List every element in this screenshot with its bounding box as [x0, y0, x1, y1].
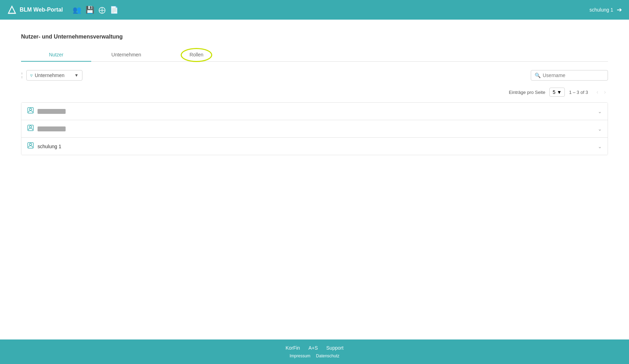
pagination-prev[interactable]: ‹ — [594, 88, 600, 96]
svg-point-5 — [29, 126, 32, 128]
document-icon[interactable]: 📄 — [110, 6, 119, 14]
footer-link-korfin[interactable]: KorFin — [286, 345, 300, 351]
table-row[interactable]: schulung 1 ⌄ — [21, 138, 608, 155]
filter-row: ↓ ↑ ▿ Unternehmen ▼ 🔍 — [21, 70, 608, 81]
app-logo: BLM Web-Portal — [7, 5, 63, 15]
svg-point-7 — [29, 143, 32, 145]
svg-marker-0 — [8, 6, 15, 13]
footer-link-impressum[interactable]: Impressum — [289, 353, 310, 358]
per-page-arrow: ▼ — [557, 89, 562, 95]
company-filter-dropdown[interactable]: ▿ Unternehmen ▼ — [26, 70, 82, 81]
pagination-count: 1 – 3 of 3 — [569, 90, 588, 95]
table-row[interactable]: ⌄ — [21, 120, 608, 138]
per-page-value: 5 — [553, 89, 555, 95]
logout-icon[interactable]: ➔ — [617, 6, 622, 14]
user-badge-icon — [27, 107, 34, 116]
header-right: schulung 1 ➔ — [589, 6, 622, 14]
user-item-left: schulung 1 — [27, 142, 61, 151]
footer-link-as[interactable]: A+S — [308, 345, 318, 351]
table-row[interactable]: ⌄ — [21, 103, 608, 120]
page-title: Nutzer- und Unternehmensverwaltung — [21, 34, 608, 40]
footer-link-support[interactable]: Support — [326, 345, 343, 351]
search-box[interactable]: 🔍 — [531, 70, 608, 81]
tab-bar: Nutzer Unternehmen Rollen — [21, 48, 608, 62]
people-icon[interactable]: 👥 — [73, 6, 81, 14]
filter-dropdown-label: Unternehmen — [35, 73, 72, 78]
per-page-select[interactable]: 5 ▼ — [549, 88, 565, 97]
sort-up-icon[interactable]: ↑ — [21, 76, 23, 79]
main-content: Nutzer- und Unternehmensverwaltung Nutze… — [0, 20, 629, 339]
app-title: BLM Web-Portal — [20, 7, 63, 13]
save-icon[interactable]: 💾 — [86, 6, 94, 14]
footer-links: KorFin A+S Support — [6, 345, 623, 351]
user-name-redacted — [38, 109, 66, 114]
expand-icon[interactable]: ⌄ — [598, 144, 602, 149]
user-name: schulung 1 — [38, 144, 61, 149]
search-input[interactable] — [543, 73, 604, 78]
per-page-label: Einträge pro Seite — [509, 90, 545, 95]
header: BLM Web-Portal 👥 💾 ⨁ 📄 schulung 1 ➔ — [0, 0, 629, 20]
pagination-row: Einträge pro Seite 5 ▼ 1 – 3 of 3 ‹ › — [21, 88, 608, 97]
user-badge-icon — [27, 124, 34, 133]
pagination-nav: ‹ › — [594, 88, 608, 96]
tab-rollen[interactable]: Rollen — [161, 48, 232, 61]
user-item-left — [27, 107, 66, 116]
logo-icon — [7, 5, 17, 15]
filter-funnel-icon: ▿ — [30, 73, 33, 78]
add-box-icon[interactable]: ⨁ — [99, 6, 106, 14]
user-item-left — [27, 124, 66, 133]
svg-point-3 — [29, 108, 32, 110]
pagination-next[interactable]: › — [602, 88, 608, 96]
tab-unternehmen[interactable]: Unternehmen — [91, 48, 161, 61]
user-badge-icon — [27, 142, 34, 151]
tab-nutzer[interactable]: Nutzer — [21, 48, 91, 62]
footer-sub-links: Impressum Datenschutz — [6, 353, 623, 358]
search-icon: 🔍 — [535, 73, 541, 78]
header-icon-group: 👥 💾 ⨁ 📄 — [73, 6, 119, 14]
user-list: ⌄ ⌄ — [21, 102, 608, 155]
footer: KorFin A+S Support Impressum Datenschutz — [0, 339, 629, 364]
header-left: BLM Web-Portal 👥 💾 ⨁ 📄 — [7, 5, 119, 15]
filter-left: ↓ ↑ ▿ Unternehmen ▼ — [21, 70, 82, 81]
expand-icon[interactable]: ⌄ — [598, 109, 602, 114]
sort-buttons[interactable]: ↓ ↑ — [21, 71, 23, 79]
dropdown-arrow-icon: ▼ — [74, 73, 79, 78]
footer-link-datenschutz[interactable]: Datenschutz — [316, 353, 340, 358]
expand-icon[interactable]: ⌄ — [598, 126, 602, 132]
current-user: schulung 1 — [589, 7, 613, 13]
sort-down-icon[interactable]: ↓ — [21, 71, 23, 75]
user-name-redacted — [38, 126, 66, 131]
